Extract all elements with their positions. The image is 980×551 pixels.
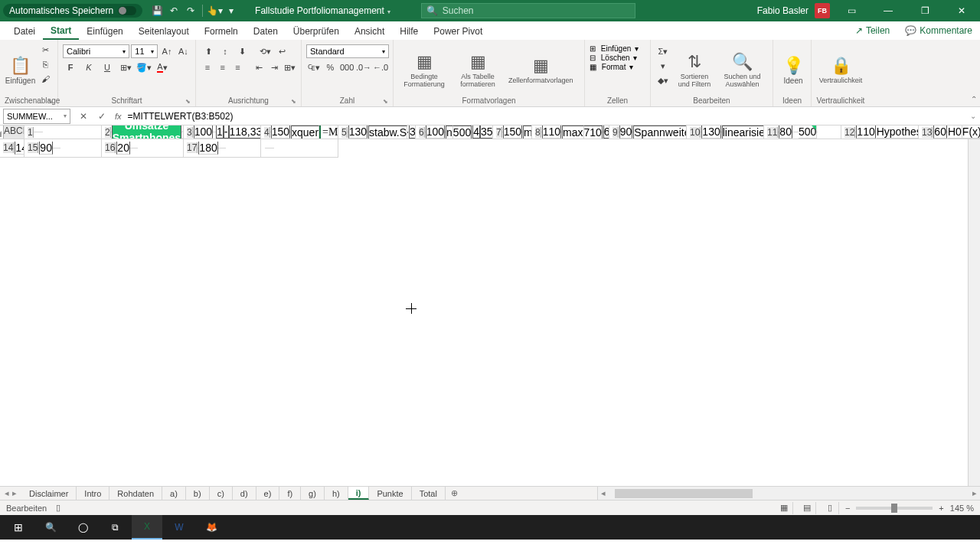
- cell[interactable]: max: [562, 126, 583, 139]
- sheet-tab[interactable]: Intro: [77, 487, 109, 500]
- cell[interactable]: 6: [603, 126, 609, 139]
- cell[interactable]: 90: [39, 142, 53, 155]
- sheet-nav-icon[interactable]: ◂ ▸: [0, 487, 21, 500]
- save-icon[interactable]: 💾: [149, 2, 165, 19]
- expand-fbar-icon[interactable]: ⌄: [966, 112, 980, 120]
- sheet-tab[interactable]: Total: [412, 487, 446, 500]
- row-header[interactable]: 4: [264, 127, 270, 138]
- tab-hilfe[interactable]: Hilfe: [392, 21, 426, 40]
- cell[interactable]: 1: [216, 126, 224, 139]
- cell[interactable]: [225, 148, 226, 148]
- search-box[interactable]: 🔍 Suchen: [421, 3, 635, 18]
- increase-indent-icon[interactable]: ⇥: [267, 60, 281, 74]
- launcher-icon[interactable]: ⬊: [291, 98, 296, 105]
- cell[interactable]: Spannweite: [633, 126, 687, 139]
- copy-icon[interactable]: ⎘: [38, 57, 53, 71]
- paste-button[interactable]: 📋Einfügen: [5, 43, 36, 96]
- tab-start[interactable]: Start: [43, 21, 79, 40]
- share-button[interactable]: ↗Teilen: [848, 21, 897, 40]
- sheet-tab[interactable]: i): [348, 487, 370, 500]
- excel-taskbar-icon[interactable]: X: [132, 515, 162, 540]
- cell[interactable]: Hypothesenformulierung: [877, 126, 919, 139]
- align-top-icon[interactable]: ⬆: [201, 44, 216, 58]
- cell[interactable]: 100: [194, 126, 213, 139]
- file-name[interactable]: Fallstudie Portfoliomanagement: [255, 5, 390, 16]
- row-header[interactable]: 7: [496, 127, 502, 138]
- currency-icon[interactable]: ₠▾: [306, 60, 322, 74]
- row-header[interactable]: 15: [28, 142, 38, 153]
- row-header[interactable]: 2: [105, 127, 111, 138]
- cell[interactable]: 150: [503, 126, 522, 139]
- align-center-icon[interactable]: ≡: [216, 60, 230, 74]
- conditional-format-button[interactable]: ▦Bedingte Formatierung: [398, 43, 450, 96]
- tab-formeln[interactable]: Formeln: [197, 21, 246, 40]
- cell[interactable]: 150: [271, 126, 290, 139]
- cell[interactable]: 100: [426, 126, 445, 139]
- taskview-icon[interactable]: ⧉: [100, 515, 130, 540]
- cell[interactable]: [60, 148, 60, 148]
- row-header[interactable]: 11: [767, 127, 778, 138]
- cell[interactable]: 180: [198, 142, 217, 155]
- find-select-button[interactable]: 🔍Suchen und Auswählen: [718, 43, 766, 96]
- border-icon[interactable]: ⊞▾: [118, 60, 133, 74]
- tab-powerpivot[interactable]: Power Pivot: [426, 21, 490, 40]
- cell[interactable]: 20: [116, 142, 130, 155]
- sheet-tab[interactable]: Disclaimer: [21, 487, 77, 500]
- cell[interactable]: [137, 148, 138, 148]
- cell[interactable]: 118,33: [229, 126, 261, 139]
- tab-ansicht[interactable]: Ansicht: [347, 21, 392, 40]
- cortana-icon[interactable]: ◯: [67, 515, 98, 540]
- accept-formula-icon[interactable]: ✓: [93, 109, 110, 124]
- font-color-icon[interactable]: A▾: [155, 60, 170, 74]
- cell[interactable]: 355,00: [480, 126, 493, 139]
- tab-seitenlayout[interactable]: Seitenlayout: [131, 21, 197, 40]
- wrap-text-icon[interactable]: ↩: [274, 44, 289, 58]
- row-header[interactable]: 5: [341, 127, 348, 138]
- increase-font-icon[interactable]: A↑: [159, 44, 174, 58]
- row-header[interactable]: 12: [844, 127, 855, 138]
- percent-icon[interactable]: %: [323, 60, 338, 74]
- row-header[interactable]: 9: [612, 127, 619, 138]
- collapse-ribbon-icon[interactable]: ⌃: [971, 95, 977, 103]
- row-header[interactable]: 6: [419, 127, 425, 138]
- view-layout-icon[interactable]: ▤: [799, 502, 816, 514]
- cell[interactable]: =MITTELWERT(B3:B502): [319, 126, 338, 139]
- cell[interactable]: 130: [701, 126, 720, 139]
- firefox-taskbar-icon[interactable]: 🦊: [196, 515, 227, 540]
- orientation-icon[interactable]: ⟲▾: [257, 44, 273, 58]
- touch-icon[interactable]: 👆▾: [206, 2, 223, 19]
- italic-icon[interactable]: K: [81, 60, 96, 74]
- sheet-tab[interactable]: e): [256, 487, 280, 500]
- horizontal-scrollbar[interactable]: ◂▸: [597, 487, 980, 500]
- align-right-icon[interactable]: ≡: [231, 60, 245, 74]
- tab-einfuegen[interactable]: Einfügen: [79, 21, 130, 40]
- sheet-tab[interactable]: b): [186, 487, 210, 500]
- cut-icon[interactable]: ✂: [38, 43, 53, 57]
- zoom-slider[interactable]: [856, 507, 933, 510]
- autosave-toggle[interactable]: Automatisches Speichern: [3, 4, 142, 18]
- cell[interactable]: [817, 132, 818, 132]
- ideas-button[interactable]: 💡Ideen: [778, 43, 808, 96]
- increase-decimal-icon[interactable]: .0→: [356, 60, 371, 74]
- underline-icon[interactable]: U: [100, 60, 115, 74]
- zoom-out-icon[interactable]: −: [845, 504, 850, 513]
- close-icon[interactable]: ✕: [946, 0, 977, 21]
- autosum-icon[interactable]: Σ▾: [655, 44, 671, 58]
- number-format-select[interactable]: Standard▾: [306, 44, 389, 58]
- sheet-tab[interactable]: h): [325, 487, 348, 500]
- redo-icon[interactable]: ↷: [182, 2, 199, 19]
- undo-icon[interactable]: ↶: [165, 2, 182, 19]
- maximize-icon[interactable]: ❐: [910, 0, 940, 21]
- bold-icon[interactable]: F: [63, 60, 78, 74]
- cell[interactable]: stabw.S: [368, 126, 407, 139]
- tab-datei[interactable]: Datei: [6, 21, 43, 40]
- cell[interactable]: xquer: [291, 126, 319, 139]
- minimize-icon[interactable]: —: [873, 0, 903, 21]
- tab-ueberpruefen[interactable]: Überprüfen: [286, 21, 347, 40]
- cell[interactable]: -: [224, 126, 229, 139]
- sensitivity-button[interactable]: 🔒Vertraulichkeit: [816, 43, 865, 96]
- sheet-tab[interactable]: d): [233, 487, 256, 500]
- cell[interactable]: UmsätzeSmartphones: [112, 126, 181, 139]
- format-painter-icon[interactable]: 🖌: [38, 72, 53, 86]
- comma-icon[interactable]: 000: [339, 60, 354, 74]
